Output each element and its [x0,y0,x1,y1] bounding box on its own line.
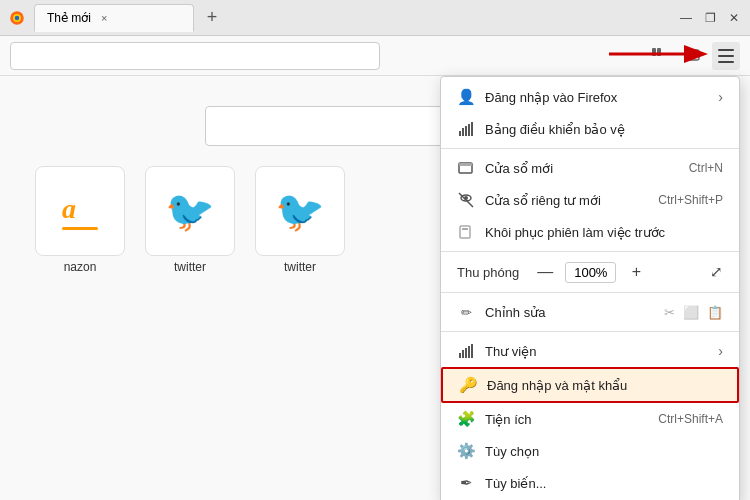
svg-rect-8 [718,49,734,51]
bookmark-twitter2-label: twitter [255,260,345,274]
copy-icon: ⬜ [683,305,699,320]
svg-rect-10 [718,61,734,63]
divider-2 [441,251,739,252]
active-tab[interactable]: Thẻ mới × [34,4,194,32]
bookmark-amazon-label: nazon [35,260,125,274]
new-window-icon [457,159,475,177]
addons-label: Tiện ích [485,412,648,427]
signin-icon: 👤 [457,88,475,106]
amazon-underline [62,227,98,230]
svg-rect-19 [459,163,472,166]
svg-rect-13 [459,131,461,136]
window-controls: — ❐ ✕ [678,10,742,26]
zoom-label: Thu phóng [457,265,519,280]
svg-rect-4 [657,48,661,56]
svg-rect-26 [462,350,464,358]
svg-rect-17 [471,122,473,136]
menu-item-protection[interactable]: Bảng điều khiển bảo vệ [441,113,739,145]
menu-item-signin[interactable]: 👤 Đăng nhập vào Firefox › [441,81,739,113]
private-window-label: Cửa sổ riêng tư mới [485,193,648,208]
menu-item-addons[interactable]: 🧩 Tiện ích Ctrl+Shift+A [441,403,739,435]
maximize-button[interactable]: ❐ [702,10,718,26]
close-window-button[interactable]: ✕ [726,10,742,26]
nav-bar [0,36,750,76]
bookmark-twitter2[interactable]: 🐦 twitter [255,166,345,274]
menu-zoom-row: Thu phóng — 100% + ⤢ [441,255,739,289]
nav-icons [644,42,740,70]
restore-label: Khôi phục phiên làm việc trước [485,225,723,240]
zoom-value: 100% [565,262,616,283]
library-arrow: › [718,343,723,359]
svg-rect-14 [462,128,464,136]
bookmark-amazon[interactable]: a nazon [35,166,125,274]
svg-rect-28 [468,346,470,358]
svg-rect-3 [652,48,656,56]
svg-rect-24 [462,228,468,230]
hamburger-menu-button[interactable] [712,42,740,70]
bookmark-twitter1-label: twitter [145,260,235,274]
options-icon: ⚙️ [457,442,475,460]
svg-rect-5 [685,50,699,60]
customize-label: Tùy biến... [485,476,723,491]
divider-1 [441,148,739,149]
svg-point-2 [15,15,20,20]
firefox-icon [8,9,26,27]
restore-icon [457,223,475,241]
svg-rect-16 [468,124,470,136]
tab-title: Thẻ mới [47,11,91,25]
twitter-bird-2: 🐦 [275,188,325,235]
addons-shortcut: Ctrl+Shift+A [658,412,723,426]
new-window-shortcut: Ctrl+N [689,161,723,175]
menu-item-options[interactable]: ⚙️ Tùy chọn [441,435,739,467]
cut-icon: ✂ [664,305,675,320]
title-bar: Thẻ mới × + — ❐ ✕ [0,0,750,36]
zoom-expand-button[interactable]: ⤢ [710,263,723,281]
divider-4 [441,331,739,332]
menu-item-library[interactable]: Thư viện › [441,335,739,367]
svg-rect-6 [688,53,696,55]
zoom-plus-button[interactable]: + [624,260,648,284]
minimize-button[interactable]: — [678,10,694,26]
tab-close-button[interactable]: × [101,12,107,24]
svg-rect-7 [688,56,696,58]
browser-window: Thẻ mới × + — ❐ ✕ [0,0,750,500]
svg-rect-27 [465,348,467,358]
passwords-label: Đăng nhập và mật khẩu [487,378,721,393]
menu-item-private-window[interactable]: Cửa sổ riêng tư mới Ctrl+Shift+P [441,184,739,216]
private-window-icon [457,191,475,209]
new-tab-button[interactable]: + [198,4,226,32]
bookmark-twitter1[interactable]: 🐦 twitter [145,166,235,274]
customize-icon: ✒ [457,474,475,492]
svg-rect-15 [465,126,467,136]
private-window-shortcut: Ctrl+Shift+P [658,193,723,207]
dropdown-menu: 👤 Đăng nhập vào Firefox › Bảng điều khiể… [440,76,740,500]
zoom-minus-button[interactable]: — [533,260,557,284]
edit-icon: ✏ [457,303,475,321]
svg-rect-25 [459,353,461,358]
synced-tabs-icon[interactable] [678,42,706,70]
svg-rect-29 [471,344,473,358]
signin-arrow: › [718,89,723,105]
signin-label: Đăng nhập vào Firefox [485,90,708,105]
addons-icon: 🧩 [457,410,475,428]
address-bar[interactable] [10,42,380,70]
menu-item-new-window[interactable]: Cửa sổ mới Ctrl+N [441,152,739,184]
twitter-bird-1: 🐦 [165,188,215,235]
menu-item-customize[interactable]: ✒ Tùy biến... [441,467,739,499]
amazon-logo: a [62,193,98,225]
options-label: Tùy chọn [485,444,723,459]
new-window-label: Cửa sổ mới [485,161,679,176]
paste-icon: 📋 [707,305,723,320]
menu-item-restore[interactable]: Khôi phục phiên làm việc trước [441,216,739,248]
edit-label: Chỉnh sửa [485,305,654,320]
svg-rect-9 [718,55,734,57]
library-icon [457,342,475,360]
library-label: Thư viện [485,344,708,359]
divider-3 [441,292,739,293]
menu-item-passwords[interactable]: 🔑 Đăng nhập và mật khẩu [441,367,739,403]
protection-label: Bảng điều khiển bảo vệ [485,122,723,137]
bookmark-icon[interactable] [644,42,672,70]
passwords-icon: 🔑 [459,376,477,394]
menu-item-edit[interactable]: ✏ Chỉnh sửa ✂ ⬜ 📋 [441,296,739,328]
protection-icon [457,120,475,138]
